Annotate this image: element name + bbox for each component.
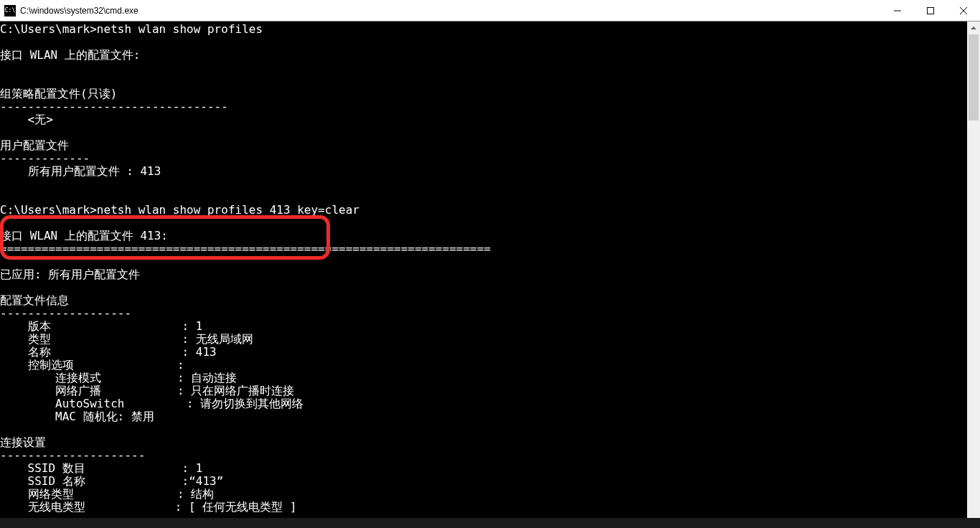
svg-marker-4 — [971, 27, 976, 29]
output-line: SSID 数目 : 1 — [0, 461, 202, 475]
output-line: 组策略配置文件(只读) — [0, 87, 117, 100]
close-button[interactable] — [947, 0, 980, 21]
close-icon — [960, 7, 967, 14]
svg-rect-1 — [928, 7, 934, 14]
output-line: SSID 名称 :“413” — [0, 474, 223, 488]
output-line: 类型 : 无线局域网 — [0, 332, 253, 346]
console-output[interactable]: C:\Users\mark>netsh wlan show profiles 接… — [0, 22, 967, 528]
output-line: 接口 WLAN 上的配置文件 413: — [0, 229, 168, 242]
output-line: 用户配置文件 — [0, 138, 69, 152]
output-line: 无线电类型 : [ 任何无线电类型 ] — [0, 500, 297, 514]
output-line: ------------- — [0, 151, 90, 165]
maximize-button[interactable] — [914, 0, 947, 21]
chevron-up-icon — [971, 27, 976, 29]
output-line: MAC 随机化: 禁用 — [0, 410, 154, 423]
scroll-thumb[interactable] — [969, 34, 979, 121]
minimize-icon — [894, 7, 901, 14]
output-line: 所有用户配置文件 : 413 — [0, 164, 161, 178]
console-area: C:\Users\mark>netsh wlan show profiles 接… — [0, 22, 980, 528]
output-line: 连接设置 — [0, 435, 46, 449]
output-line: 网络类型 : 结构 — [0, 487, 214, 501]
maximize-icon — [927, 7, 934, 14]
output-line: 接口 WLAN 上的配置文件: — [0, 48, 140, 62]
output-line: 配置文件信息 — [0, 293, 69, 307]
command-text: netsh wlan show profiles — [97, 22, 263, 36]
window-titlebar: C:\windows\system32\cmd.exe — [0, 0, 980, 22]
output-line: 名称 : 413 — [0, 345, 217, 359]
output-line: 版本 : 1 — [0, 319, 202, 333]
output-line: 网络广播 : 只在网络广播时连接 — [0, 384, 294, 397]
output-line: 已应用: 所有用户配置文件 — [0, 268, 140, 281]
command-text: netsh wlan show profiles 413 key=clear — [97, 203, 359, 217]
output-line: ========================================… — [0, 242, 491, 255]
minimize-button[interactable] — [881, 0, 914, 21]
output-line: --------------------------------- — [0, 100, 228, 113]
output-line: 连接模式 : 自动连接 — [0, 371, 237, 385]
prompt: C:\Users\mark> — [0, 203, 97, 217]
output-line: 控制选项 : — [0, 358, 184, 372]
window-title: C:\windows\system32\cmd.exe — [20, 6, 138, 16]
output-line: --------------------- — [0, 448, 145, 462]
cmd-icon — [4, 5, 16, 16]
output-line: ------------------- — [0, 306, 131, 320]
output-line: AutoSwitch : 请勿切换到其他网络 — [0, 397, 303, 410]
window-controls — [881, 0, 980, 21]
output-line: <无> — [0, 113, 53, 126]
vertical-scrollbar[interactable] — [967, 22, 980, 528]
scroll-up-button[interactable] — [967, 22, 980, 34]
prompt: C:\Users\mark> — [0, 22, 97, 36]
taskbar — [0, 518, 980, 528]
